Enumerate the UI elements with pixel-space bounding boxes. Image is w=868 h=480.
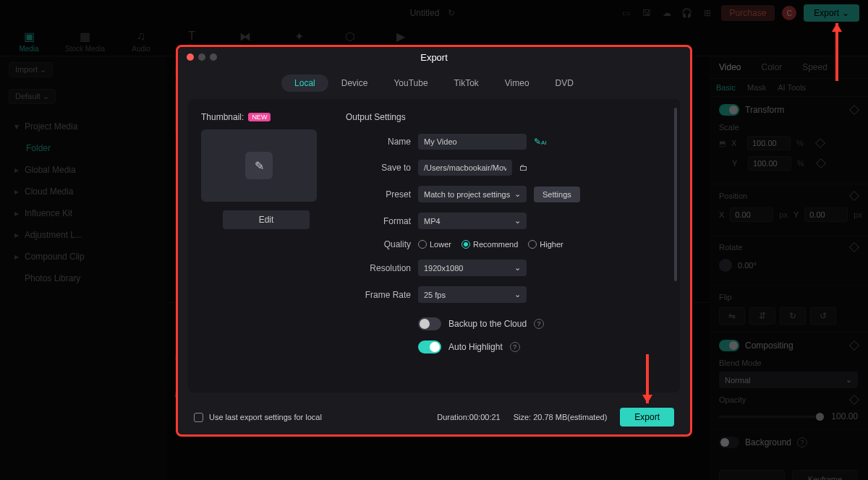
name-input[interactable]: [418, 134, 527, 150]
thumbnail-preview[interactable]: ✎: [201, 129, 317, 202]
highlight-label: Auto Highlight: [448, 342, 503, 352]
size-text: Size: 20.78 MB(estimated): [514, 413, 608, 421]
save-to-label: Save to: [346, 163, 411, 173]
tab-local[interactable]: Local: [281, 74, 328, 92]
quality-higher[interactable]: Higher: [528, 240, 563, 249]
preset-select[interactable]: Match to project settings⌄: [418, 186, 527, 202]
modal-title: Export: [420, 52, 448, 63]
export-modal: Export Local Device YouTube TikTok Vimeo…: [176, 45, 692, 437]
help-icon[interactable]: ?: [534, 319, 544, 329]
export-confirm-button[interactable]: Export: [620, 408, 674, 427]
resolution-label: Resolution: [346, 263, 411, 273]
name-label: Name: [346, 137, 411, 147]
format-label: Format: [346, 216, 411, 226]
framerate-select[interactable]: 25 fps⌄: [418, 286, 527, 303]
tab-tiktok[interactable]: TikTok: [441, 74, 492, 92]
quality-label: Quality: [346, 239, 411, 249]
tab-device[interactable]: Device: [328, 74, 381, 92]
backup-toggle[interactable]: [418, 317, 441, 330]
highlight-toggle[interactable]: [418, 340, 441, 353]
edit-thumbnail-button[interactable]: Edit: [223, 210, 310, 229]
quality-recommend[interactable]: Recommend: [461, 240, 518, 249]
tab-dvd[interactable]: DVD: [542, 74, 587, 92]
duration-text: Duration:00:00:21: [437, 413, 500, 421]
thumbnail-label: Thumbnail:: [201, 112, 244, 122]
help-icon[interactable]: ?: [510, 342, 520, 352]
pencil-icon: ✎: [245, 152, 273, 179]
preset-label: Preset: [346, 189, 411, 200]
backup-label: Backup to the Cloud: [448, 319, 527, 329]
minimize-icon[interactable]: [198, 53, 205, 61]
folder-icon[interactable]: 🗀: [519, 163, 528, 173]
use-last-label: Use last export settings for local: [209, 413, 322, 421]
resolution-select[interactable]: 1920x1080⌄: [418, 260, 527, 276]
scrollbar[interactable]: [674, 108, 677, 281]
new-badge: NEW: [248, 113, 271, 121]
maximize-icon[interactable]: [210, 53, 217, 61]
format-select[interactable]: MP4⌄: [418, 213, 527, 229]
tab-vimeo[interactable]: Vimeo: [492, 74, 542, 92]
save-path-input[interactable]: [418, 160, 512, 176]
tab-youtube[interactable]: YouTube: [380, 74, 441, 92]
close-icon[interactable]: [187, 53, 194, 61]
quality-lower[interactable]: Lower: [418, 240, 451, 249]
preset-settings-button[interactable]: Settings: [534, 187, 580, 202]
use-last-checkbox[interactable]: [194, 413, 203, 422]
output-settings-title: Output Settings: [346, 112, 667, 122]
framerate-label: Frame Rate: [346, 290, 411, 300]
ai-icon[interactable]: ✎AI: [534, 137, 547, 147]
